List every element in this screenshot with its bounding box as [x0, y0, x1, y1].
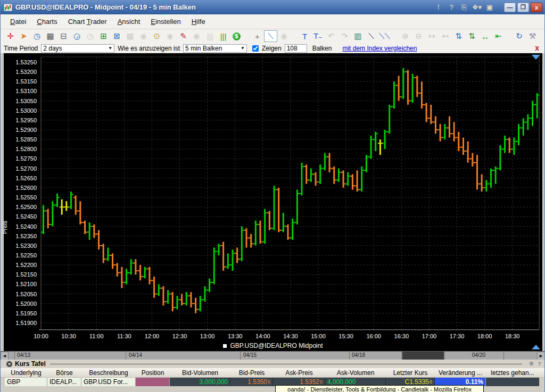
grid-disabled-icon[interactable]: ▦: [123, 30, 137, 42]
cell-letztes-gehandelt[interactable]: [486, 378, 539, 386]
scroll-left-icon[interactable]: ◄: [1, 352, 9, 360]
grid-icon[interactable]: ▦: [44, 30, 57, 42]
col-ask-volumen[interactable]: Ask-Volumen: [325, 368, 386, 377]
volume-bars-icon[interactable]: |||: [203, 30, 217, 42]
time-period-label: Time Period: [4, 45, 38, 52]
chevron-down-icon: ▼: [241, 46, 245, 51]
col-underlying[interactable]: Underlying: [5, 368, 47, 377]
display-select[interactable]: 5 min Balken▼: [183, 44, 247, 53]
scale-horizontal-icon[interactable]: ↔: [478, 30, 492, 42]
zeigen-checkbox[interactable]: [252, 45, 259, 52]
col-veraenderung[interactable]: Veränderung ...: [435, 368, 486, 377]
print-icon[interactable]: ⎘: [459, 3, 469, 12]
scroll-right-icon[interactable]: ►: [537, 352, 545, 360]
close-panel-icon[interactable]: x: [535, 44, 539, 52]
add-chart-icon[interactable]: ⊞: [97, 30, 110, 42]
sphere-icon[interactable]: ◉: [163, 30, 177, 42]
print-icon[interactable]: ⊟: [57, 30, 70, 42]
y-tick-label: 1.53050: [6, 98, 37, 104]
text-remove-icon[interactable]: T₋: [311, 30, 325, 42]
menu-item-hilfe[interactable]: Hilfe: [186, 15, 211, 28]
blocks-icon[interactable]: ❖▾: [472, 3, 482, 12]
refresh-icon[interactable]: ↻: [513, 30, 526, 42]
col-letzter-kurs[interactable]: Letzter Kurs: [386, 368, 435, 377]
menu-item-datei[interactable]: Datei: [5, 15, 31, 28]
minimize-button[interactable]: —: [504, 3, 516, 12]
col-boerse[interactable]: Börse: [47, 368, 81, 377]
help-icon[interactable]: ?: [536, 361, 542, 367]
clock-disabled-icon[interactable]: ◷: [84, 30, 97, 42]
cell-underlying[interactable]: GBP: [5, 378, 47, 386]
scrollbar-date-label: 04/14: [129, 352, 142, 358]
sphere-icon[interactable]: ◉: [277, 30, 291, 42]
cell-position[interactable]: [136, 378, 170, 386]
trendline-tool-icon[interactable]: ⟍: [264, 30, 277, 42]
display-label: Wie es anzuzeigen ist: [118, 45, 180, 52]
expand-right-icon[interactable]: ↦: [425, 30, 439, 42]
menu-item-chart-trader[interactable]: Chart Trader: [63, 15, 112, 28]
snap-to-bar-icon[interactable]: ⇤: [492, 30, 505, 42]
text-tool-icon[interactable]: T: [298, 30, 311, 42]
menu-item-charts[interactable]: Charts: [31, 15, 62, 28]
scroll-up-icon[interactable]: [532, 55, 540, 60]
scrollbar-separator: [349, 352, 350, 360]
wrench-icon[interactable]: ⚒: [526, 30, 539, 42]
x-tick-label: 16:30: [390, 333, 413, 339]
col-bid-volumen[interactable]: Bid-Volumen: [170, 368, 230, 377]
plot-area[interactable]: [1, 53, 545, 351]
clock-icon[interactable]: ◷: [30, 30, 44, 42]
col-letztes-gehandelt[interactable]: letztes gehan...: [486, 368, 539, 377]
y-axis-title: Preis: [2, 221, 8, 234]
expand-left-icon[interactable]: ↤: [439, 30, 452, 42]
help-icon[interactable]: ?: [446, 3, 457, 12]
zoom-out-icon[interactable]: ⊖: [412, 30, 425, 42]
crosshair-icon[interactable]: +: [251, 30, 264, 42]
annotate-pen-icon[interactable]: ✎: [177, 30, 190, 42]
zoom-search-icon[interactable]: ⊙: [150, 30, 163, 42]
title-bar[interactable]: GBP.USD@IDEALPRO - Midpoint - 04/19 - 5 …: [1, 0, 545, 14]
collapse-icon[interactable]: ▼: [6, 361, 12, 367]
col-ask-preis[interactable]: Ask-Preis: [273, 368, 325, 377]
x-tick-label: 13:00: [196, 333, 219, 339]
sphere-icon[interactable]: ◉: [190, 30, 203, 42]
time-period-select[interactable]: 2 days▼: [41, 44, 114, 53]
time-scrollbar[interactable]: ◄ ► 04/1304/1404/1504/1804/20: [1, 351, 545, 360]
trendline-new-icon[interactable]: ⟍: [365, 30, 378, 42]
pin-icon[interactable]: ⊺: [433, 3, 444, 12]
cell-beschreibung[interactable]: GBP.USD For...: [81, 378, 136, 386]
pin-icon[interactable]: ✇: [529, 361, 534, 367]
close-button[interactable]: x: [531, 3, 542, 12]
scrollbar-separator: [126, 352, 126, 360]
redo-icon[interactable]: ↷: [338, 30, 351, 42]
scale-vertical-alt-icon[interactable]: ⇅: [465, 30, 478, 42]
col-bid-preis[interactable]: Bid-Preis: [230, 368, 273, 377]
menu-item-ansicht[interactable]: Ansicht: [112, 15, 146, 28]
parallel-lines-icon[interactable]: ⟍⟍: [378, 30, 391, 42]
cell-bid-preis[interactable]: 1.53505: [230, 378, 273, 386]
crosshair-move-icon[interactable]: ✛: [4, 30, 17, 42]
y-tick-label: 1.53000: [6, 107, 37, 114]
col-position[interactable]: Position: [136, 368, 170, 377]
zoom-in-icon[interactable]: ⊕: [399, 30, 412, 42]
window-icon[interactable]: ▣: [484, 3, 495, 12]
scale-vertical-icon[interactable]: ⇅: [452, 30, 465, 42]
add-study-icon[interactable]: ⊠: [110, 30, 123, 42]
time-settings-icon[interactable]: ◶: [70, 30, 84, 42]
price-chart[interactable]: 1.532501.532001.531501.531001.530501.530…: [1, 53, 545, 351]
menu-item-einstellen[interactable]: Einstellen: [145, 15, 186, 28]
undo-icon[interactable]: ↶: [325, 30, 338, 42]
col-beschreibung[interactable]: Beschreibung: [81, 368, 136, 377]
scroll-down-icon[interactable]: [532, 345, 540, 349]
cell-boerse[interactable]: IDEALP...: [47, 378, 81, 386]
chart-type-icon[interactable]: ▥: [351, 30, 365, 42]
bars-count-input[interactable]: 108: [285, 44, 307, 53]
compare-index-link[interactable]: mit dem Index vergleichen: [342, 45, 417, 52]
sphere-icon[interactable]: ◉: [137, 30, 150, 42]
cell-bid-volumen[interactable]: 3,000,000: [170, 378, 230, 386]
color-bars-icon[interactable]: |||: [217, 30, 230, 42]
pointer-icon[interactable]: ➤: [17, 30, 30, 42]
scrollbar-thumb[interactable]: [401, 352, 445, 360]
panel-title: Kurs Tafel: [15, 360, 46, 368]
dollar-icon[interactable]: $: [230, 30, 243, 42]
restore-button[interactable]: ❐: [517, 3, 529, 12]
